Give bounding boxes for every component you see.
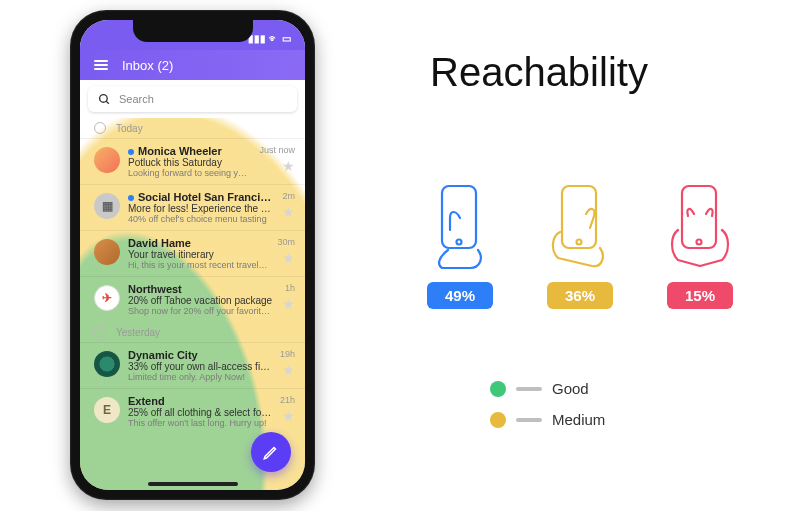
email-subject: 25% off all clothing & select footwear: [128, 407, 272, 418]
legend-swatch-good: [490, 381, 506, 397]
email-from: Extend: [128, 395, 272, 407]
legend-dash: [516, 387, 542, 391]
avatar: ✈: [94, 285, 120, 311]
hand-phone-icon: [420, 180, 500, 270]
grip-illustrations: 49% 36% 15%: [420, 180, 740, 309]
phone-notch: [133, 20, 253, 42]
avatar: [94, 147, 120, 173]
svg-line-1: [106, 101, 109, 104]
svg-point-7: [697, 240, 702, 245]
email-time: 19h: [280, 349, 295, 359]
svg-point-5: [577, 240, 582, 245]
email-row[interactable]: Dynamic City 33% off your own all-access…: [80, 342, 305, 388]
hand-phone-icon: [660, 180, 740, 270]
phone-screen: ▮▮▮ ᯤ ▭ Inbox (2) Search Today Monic: [80, 20, 305, 490]
email-row[interactable]: ▦ Social Hotel San Francisco More for le…: [80, 184, 305, 230]
grip-cradle: 36%: [540, 180, 620, 309]
avatar: [94, 239, 120, 265]
email-preview: This offer won't last long. Hurry up!: [128, 418, 272, 428]
grip-percent: 36%: [547, 282, 613, 309]
legend-label: Medium: [552, 411, 605, 428]
star-icon[interactable]: ★: [282, 159, 295, 173]
date-separator-yesterday: Yesterday: [80, 322, 305, 342]
email-preview: Looking forward to seeing you at the p…: [128, 168, 251, 178]
home-indicator: [148, 482, 238, 486]
email-time: Just now: [259, 145, 295, 155]
email-preview: 40% off chef's choice menu tasting: [128, 214, 274, 224]
search-placeholder: Search: [119, 93, 154, 105]
email-from: Dynamic City: [128, 349, 272, 361]
battery-icon: ▭: [282, 33, 291, 44]
legend-medium: Medium: [490, 411, 605, 428]
svg-point-0: [100, 94, 108, 102]
grip-one-hand: 49%: [420, 180, 500, 309]
legend-label: Good: [552, 380, 589, 397]
phone-frame: ▮▮▮ ᯤ ▭ Inbox (2) Search Today Monic: [70, 10, 315, 500]
email-preview: Limited time only. Apply Now!: [128, 372, 272, 382]
avatar: E: [94, 397, 120, 423]
email-row[interactable]: E Extend 25% off all clothing & select f…: [80, 388, 305, 434]
email-from: David Hame: [128, 237, 269, 249]
hand-phone-icon: [540, 180, 620, 270]
avatar: ▦: [94, 193, 120, 219]
email-subject: Potluck this Saturday: [128, 157, 251, 168]
email-subject: 33% off your own all-access fitness boo…: [128, 361, 272, 372]
legend-dash: [516, 418, 542, 422]
status-icons: ▮▮▮ ᯤ ▭: [248, 33, 291, 44]
compose-button[interactable]: [251, 432, 291, 472]
star-icon[interactable]: ★: [282, 409, 295, 423]
email-subject: 20% off Tahoe vacation package: [128, 295, 274, 306]
inbox-title: Inbox (2): [122, 58, 173, 73]
email-from: Social Hotel San Francisco: [128, 191, 274, 203]
email-preview: Hi, this is your most recent travel itin…: [128, 260, 269, 270]
avatar: [94, 351, 120, 377]
star-icon[interactable]: ★: [282, 363, 295, 377]
select-all-icon[interactable]: [94, 122, 106, 134]
select-all-icon[interactable]: [94, 326, 106, 338]
grip-percent: 15%: [667, 282, 733, 309]
star-icon[interactable]: ★: [282, 205, 295, 219]
date-separator-today: Today: [80, 118, 305, 138]
menu-icon[interactable]: [94, 60, 108, 70]
email-from: Northwest: [128, 283, 274, 295]
wifi-icon: ᯤ: [269, 33, 279, 44]
email-time: 1h: [285, 283, 295, 293]
email-time: 30m: [277, 237, 295, 247]
search-icon: [98, 93, 111, 106]
email-subject: More for less! Experience the city: [128, 203, 274, 214]
legend-good: Good: [490, 380, 605, 397]
grip-two-hands: 15%: [660, 180, 740, 309]
reach-legend: Good Medium: [490, 380, 605, 428]
email-subject: Your travel itinerary: [128, 249, 269, 260]
legend-swatch-medium: [490, 412, 506, 428]
email-from: Monica Wheeler: [128, 145, 251, 157]
search-bar[interactable]: Search: [88, 86, 297, 112]
grip-percent: 49%: [427, 282, 493, 309]
star-icon[interactable]: ★: [282, 251, 295, 265]
email-row[interactable]: David Hame Your travel itinerary Hi, thi…: [80, 230, 305, 276]
email-row[interactable]: Monica Wheeler Potluck this Saturday Loo…: [80, 138, 305, 184]
email-row[interactable]: ✈ Northwest 20% off Tahoe vacation packa…: [80, 276, 305, 322]
pencil-icon: [262, 443, 280, 461]
app-bar: Inbox (2): [80, 50, 305, 80]
email-time: 21h: [280, 395, 295, 405]
svg-point-3: [457, 240, 462, 245]
email-preview: Shop now for 20% off your favorite…: [128, 306, 274, 316]
star-icon[interactable]: ★: [282, 297, 295, 311]
page-title: Reachability: [430, 50, 648, 95]
email-time: 2m: [282, 191, 295, 201]
